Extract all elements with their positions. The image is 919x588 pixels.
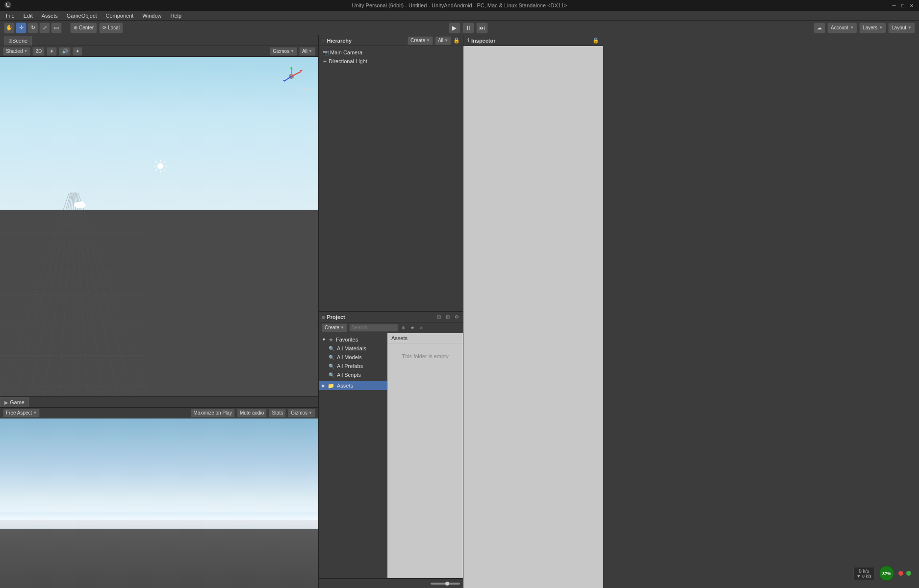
mute-audio-button[interactable]: Mute audio <box>237 409 267 417</box>
project-search-type-button[interactable]: ⊕ <box>400 324 407 331</box>
gizmos-button[interactable]: Gizmos ▼ <box>270 47 297 56</box>
pivot-center-button[interactable]: ⊕ Center <box>70 23 97 33</box>
hierarchy-toolbar: ≡ Hierarchy Create ▼ All ▼ 🔒 <box>319 35 463 46</box>
pivot-local-button[interactable]: ⟳ Local <box>99 23 123 33</box>
menu-window[interactable]: Window <box>138 12 165 20</box>
folder-icon: 📁 <box>328 383 334 389</box>
favorites-header[interactable]: ▼ ★ Favorites <box>319 335 387 344</box>
notification-dot-1[interactable] <box>898 571 903 576</box>
project-search-clear-button[interactable]: ✕ <box>418 324 425 331</box>
project-lock-button[interactable]: ⊟ <box>435 314 442 320</box>
game-tab[interactable]: ▶ Game <box>0 397 29 407</box>
cloud-button[interactable]: ☁ <box>814 23 825 33</box>
menu-help[interactable]: Help <box>166 12 185 20</box>
gizmo-widget[interactable] <box>279 64 304 89</box>
game-view: ▶ Game Free Aspect ▼ Maximize on Play Mu… <box>0 397 318 588</box>
inspector-header: ℹ Inspector 🔒 <box>463 35 603 46</box>
search-icon-2: 🔍 <box>329 355 334 360</box>
svg-line-32 <box>291 72 301 76</box>
hierarchy-item-camera[interactable]: 📷 Main Camera <box>321 48 461 57</box>
close-button[interactable]: ✕ <box>908 2 915 9</box>
hand-tool-button[interactable]: ✋ <box>4 23 15 33</box>
menu-file[interactable]: File <box>2 12 19 20</box>
step-button[interactable]: ⏭ <box>476 23 488 33</box>
scene-canvas[interactable]: < Persp <box>0 57 318 396</box>
zoom-slider-thumb[interactable] <box>445 582 449 586</box>
inspector-lock-button[interactable]: 🔒 <box>592 37 599 44</box>
project-title: Project <box>327 314 345 320</box>
hierarchy-create-button[interactable]: Create ▼ <box>408 36 433 45</box>
fps-stats: 0 k/s ▼ 0 k/s <box>853 567 875 580</box>
game-toolbar: Free Aspect ▼ Maximize on Play Mute audi… <box>0 408 318 418</box>
scene-grid <box>0 193 147 396</box>
transform-tools: ✋ ✛ ↻ ⤢ ▭ <box>4 23 62 33</box>
project-search-filter-button[interactable]: ★ <box>409 324 416 331</box>
project-settings-button[interactable]: ⚙ <box>453 314 460 320</box>
pivot-center-icon: ⊕ <box>74 25 77 30</box>
search-icon-1: 🔍 <box>329 346 334 351</box>
zoom-slider[interactable] <box>431 583 460 585</box>
project-panel-icon: ≡ <box>322 314 325 320</box>
scene-audio-button[interactable]: 🔊 <box>59 47 71 56</box>
minimize-button[interactable]: ─ <box>891 2 897 9</box>
project-panel-header: ≡ Project ⊟ ⊞ ⚙ <box>319 312 463 322</box>
game-canvas[interactable] <box>0 418 318 588</box>
scene-panel-header: ⊞ Scene <box>0 35 318 46</box>
shaded-button[interactable]: Shaded ▼ <box>3 47 30 56</box>
inspector-content <box>463 46 603 588</box>
cloud-icon <box>73 199 87 211</box>
game-panel-header: ▶ Game <box>0 397 318 408</box>
svg-line-24 <box>155 161 157 163</box>
favorites-materials[interactable]: 🔍 All Materials <box>319 344 387 353</box>
layers-button[interactable]: Layers ▼ <box>859 23 886 33</box>
menu-component[interactable]: Component <box>102 12 137 20</box>
favorites-scripts[interactable]: 🔍 All Scripts <box>319 370 387 379</box>
notification-dot-2[interactable] <box>906 571 911 576</box>
scene-all-button[interactable]: All ▼ <box>299 47 315 56</box>
maximize-on-play-button[interactable]: Maximize on Play <box>191 409 235 417</box>
window-controls[interactable]: ─ □ ✕ <box>891 2 915 9</box>
rotate-tool-button[interactable]: ↻ <box>27 23 38 33</box>
project-footer <box>319 578 463 588</box>
persp-label: < Persp <box>296 86 313 92</box>
hierarchy-item-light[interactable]: ☀ Directional Light <box>321 57 461 66</box>
scale-tool-button[interactable]: ⤢ <box>39 23 50 33</box>
svg-point-30 <box>78 201 84 206</box>
play-button[interactable]: ▶ <box>449 23 460 33</box>
menu-gameobject[interactable]: GameObject <box>63 12 101 20</box>
scene-light-button[interactable]: ☀ <box>47 47 57 56</box>
window-title: Unity Personal (64bit) - Untitled - Unit… <box>352 2 567 8</box>
hierarchy-all-button[interactable]: All ▼ <box>435 36 451 45</box>
right-panel: ℹ Inspector 🔒 <box>463 35 603 588</box>
cloud-icon: ☁ <box>817 25 822 30</box>
scene-tab[interactable]: ⊞ Scene <box>4 36 32 46</box>
project-create-button[interactable]: Create ▼ <box>322 323 347 332</box>
game-gizmos-button[interactable]: Gizmos ▼ <box>288 409 315 417</box>
favorites-prefabs[interactable]: 🔍 All Prefabs <box>319 362 387 370</box>
inspector-title: Inspector <box>471 38 496 44</box>
2d-button[interactable]: 2D <box>32 47 45 56</box>
menu-assets[interactable]: Assets <box>38 12 62 20</box>
project-more-button[interactable]: ⊞ <box>444 314 451 320</box>
scene-effects-button[interactable]: ✦ <box>73 47 82 56</box>
project-search-input[interactable] <box>349 324 398 332</box>
account-button[interactable]: Account ▼ <box>827 23 857 33</box>
stats-button[interactable]: Stats <box>269 409 286 417</box>
svg-line-27 <box>155 170 157 171</box>
project-tree: ▼ ★ Favorites 🔍 All Materials 🔍 All Mode… <box>319 333 387 578</box>
free-aspect-button[interactable]: Free Aspect ▼ <box>3 409 40 417</box>
maximize-button[interactable]: □ <box>899 2 906 9</box>
pause-button[interactable]: ⏸ <box>462 23 474 33</box>
menu-edit[interactable]: Edit <box>20 12 37 20</box>
game-tab-icon: ▶ <box>4 400 8 405</box>
layout-button[interactable]: Layout ▼ <box>888 23 915 33</box>
progress-circle[interactable]: 37% <box>878 564 895 582</box>
unity-logo: U <box>4 1 12 10</box>
favorites-models[interactable]: 🔍 All Models <box>319 353 387 362</box>
hierarchy-title: Hierarchy <box>327 38 352 44</box>
rect-tool-button[interactable]: ▭ <box>51 23 62 33</box>
hierarchy-lock-button[interactable]: 🔒 <box>453 37 460 44</box>
assets-folder[interactable]: ▶ 📁 Assets <box>319 381 387 390</box>
game-sky <box>0 418 318 520</box>
move-tool-button[interactable]: ✛ <box>16 23 26 33</box>
